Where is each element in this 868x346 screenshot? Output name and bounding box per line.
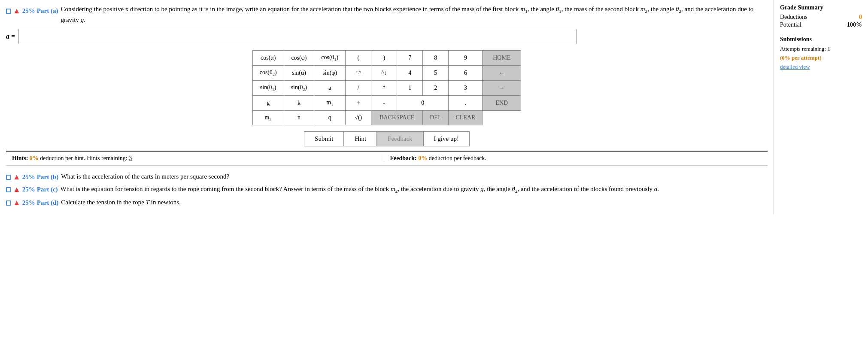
part-d-row: ▲ 25% Part (d) Calculate the tension in … xyxy=(6,197,768,207)
key-open-paren[interactable]: ( xyxy=(346,51,371,66)
key-9[interactable]: 9 xyxy=(449,51,483,66)
key-home[interactable]: HOME xyxy=(483,51,521,66)
key-backspace[interactable]: BACKSPACE xyxy=(371,110,423,125)
right-panel: Grade Summary Deductions 0 Potential 100… xyxy=(774,0,868,214)
key-a[interactable]: a xyxy=(314,80,346,95)
part-c-row: ▲ 25% Part (c) What is the equation for … xyxy=(6,184,768,195)
submissions-text: Attempts remaining: 1 (0% per attempt) d… xyxy=(780,45,862,71)
key-close-paren[interactable]: ) xyxy=(371,51,397,66)
key-sin-alpha[interactable]: sin(α) xyxy=(284,66,314,81)
key-forward-arrow[interactable]: → xyxy=(483,80,521,95)
potential-label: Potential xyxy=(780,21,801,28)
key-4[interactable]: 4 xyxy=(397,66,423,81)
key-superscript-up[interactable]: ↑^ xyxy=(346,66,371,81)
key-1[interactable]: 1 xyxy=(397,80,423,95)
part-c-percent: 25% xyxy=(22,186,35,193)
key-m1[interactable]: m1 xyxy=(314,95,346,110)
key-m2[interactable]: m2 xyxy=(252,110,284,125)
key-cos-theta1[interactable]: cos(θ1) xyxy=(314,51,346,66)
submissions-title: Submissions xyxy=(780,36,862,43)
part-c-description: What is the equation for tension in rega… xyxy=(61,184,659,195)
potential-row: Potential 100% xyxy=(780,21,862,28)
feedback-button[interactable]: Feedback xyxy=(377,131,423,146)
part-d-checkbox-icon xyxy=(6,200,11,206)
part-c-label: Part (c) xyxy=(37,186,58,193)
deductions-row: Deductions 0 xyxy=(780,14,862,21)
hints-remaining: 3 xyxy=(129,155,132,161)
key-sin-theta2[interactable]: sin(θ2) xyxy=(284,80,314,95)
give-up-button[interactable]: I give up! xyxy=(423,131,470,146)
key-k[interactable]: k xyxy=(284,95,314,110)
key-cos-theta2[interactable]: cos(θ2) xyxy=(252,66,284,81)
hints-percent: 0% xyxy=(30,155,39,161)
deductions-value: 0 xyxy=(859,14,862,21)
key-dot[interactable]: . xyxy=(449,95,483,110)
per-attempt: (0% per attempt) xyxy=(780,55,822,61)
keyboard: cos(α) cos(φ) cos(θ1) ( ) 7 8 9 HOME cos… xyxy=(252,50,522,125)
key-6[interactable]: 6 xyxy=(449,66,483,81)
sub-parts: ▲ 25% Part (b) What is the acceleration … xyxy=(6,172,768,207)
attempts-value: 1 xyxy=(827,46,830,52)
part-b-percent: 25% xyxy=(22,173,35,181)
hint-button[interactable]: Hint xyxy=(344,131,377,146)
key-sin-phi[interactable]: sin(φ) xyxy=(314,66,346,81)
part-a-description: Considering the positive x direction to … xyxy=(61,4,768,24)
part-b-checkbox-icon xyxy=(6,175,11,180)
key-0[interactable]: 0 xyxy=(397,95,449,110)
key-clear[interactable]: CLEAR xyxy=(449,110,483,125)
key-8[interactable]: 8 xyxy=(423,51,449,66)
key-del[interactable]: DEL xyxy=(423,110,449,125)
key-3[interactable]: 3 xyxy=(449,80,483,95)
key-5[interactable]: 5 xyxy=(423,66,449,81)
key-sin-theta1[interactable]: sin(θ1) xyxy=(252,80,284,95)
part-d-label: Part (d) xyxy=(37,199,58,206)
detailed-view-link[interactable]: detailed view xyxy=(780,64,810,70)
part-a-label: Part (a) xyxy=(37,6,58,16)
key-q[interactable]: q xyxy=(314,110,346,125)
hints-text: deduction per hint. Hints remaining: xyxy=(40,155,127,161)
left-panel: ▲ 25% Part (a) Considering the positive … xyxy=(0,0,774,214)
key-n[interactable]: n xyxy=(284,110,314,125)
triangle-icon: ▲ xyxy=(13,5,21,17)
key-7[interactable]: 7 xyxy=(397,51,423,66)
feedback-section: Feedback: 0% deduction per feedback. xyxy=(384,155,762,162)
part-d-icons: ▲ 25% Part (d) xyxy=(6,198,58,207)
keyboard-section: cos(α) cos(φ) cos(θ1) ( ) 7 8 9 HOME cos… xyxy=(6,50,768,125)
part-b-label: Part (b) xyxy=(37,173,58,181)
feedback-percent: 0% xyxy=(418,155,427,161)
part-d-percent: 25% xyxy=(22,199,35,206)
key-2[interactable]: 2 xyxy=(423,80,449,95)
hints-label: Hints: xyxy=(12,155,28,161)
main-container: ▲ 25% Part (a) Considering the positive … xyxy=(0,0,868,214)
action-buttons: Submit Hint Feedback I give up! xyxy=(6,131,768,146)
key-cos-phi[interactable]: cos(φ) xyxy=(284,51,314,66)
part-a-percent: 25% xyxy=(22,6,35,16)
key-g[interactable]: g xyxy=(252,95,284,110)
part-b-description: What is the acceleration of the carts in… xyxy=(61,172,229,182)
part-a-header: ▲ 25% Part (a) Considering the positive … xyxy=(6,4,768,24)
answer-input-row: a = xyxy=(6,29,768,44)
key-sqrt[interactable]: √() xyxy=(346,110,371,125)
hints-section: Hints: 0% deduction per hint. Hints rema… xyxy=(12,155,384,162)
key-superscript-down[interactable]: ^↓ xyxy=(371,66,397,81)
hint-feedback-bar: Hints: 0% deduction per hint. Hints rema… xyxy=(6,151,768,166)
part-b-icons: ▲ 25% Part (b) xyxy=(6,173,58,182)
attempts-label: Attempts remaining: xyxy=(780,46,826,52)
part-c-checkbox-icon xyxy=(6,187,11,192)
key-divide[interactable]: / xyxy=(346,80,371,95)
submit-button[interactable]: Submit xyxy=(304,131,344,146)
feedback-label: Feedback: xyxy=(390,155,417,161)
feedback-text: deduction per feedback. xyxy=(429,155,486,161)
input-label: a = xyxy=(6,33,15,40)
part-d-description: Calculate the tension in the rope T in n… xyxy=(61,197,181,207)
key-end[interactable]: END xyxy=(483,95,521,110)
deductions-label: Deductions xyxy=(780,14,807,21)
checkbox-icon xyxy=(6,9,11,14)
answer-input[interactable] xyxy=(18,29,577,44)
key-multiply[interactable]: * xyxy=(371,80,397,95)
key-backspace-arrow[interactable]: ← xyxy=(483,66,521,81)
part-c-warning-icon: ▲ xyxy=(13,185,21,194)
key-cos-alpha[interactable]: cos(α) xyxy=(252,51,284,66)
key-minus[interactable]: - xyxy=(371,95,397,110)
key-plus[interactable]: + xyxy=(346,95,371,110)
